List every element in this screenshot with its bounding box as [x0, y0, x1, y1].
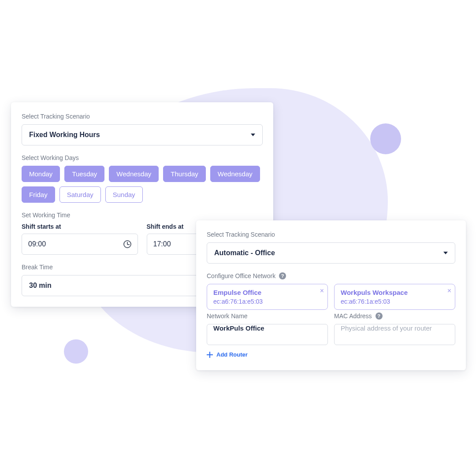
tracking-scenario-select[interactable]: Fixed Working Hours — [22, 124, 263, 145]
day-chip-tuesday[interactable]: Tuesday — [64, 166, 104, 182]
chevron-down-icon — [251, 134, 255, 136]
close-icon[interactable]: × — [447, 287, 451, 295]
automatic-office-card: Select Tracking Scenario Automatic - Off… — [196, 220, 466, 370]
day-chip-wednesday[interactable]: Wednesday — [109, 166, 159, 182]
working-days-label: Select Working Days — [22, 154, 263, 161]
decorative-dot — [370, 123, 401, 154]
tracking-scenario-value: Automatic - Office — [214, 249, 275, 257]
network-name-label: Network Name — [207, 312, 328, 320]
network-mac: ec:a6:76:1a:e5:03 — [213, 298, 321, 305]
shift-start-label: Shift starts at — [22, 223, 138, 230]
tracking-scenario-value: Fixed Working Hours — [29, 131, 100, 139]
close-icon[interactable]: × — [320, 287, 324, 295]
network-name-value: WorkPuls Office — [213, 324, 264, 332]
shift-end-value: 17:00 — [153, 240, 171, 248]
tracking-scenario-label: Select Tracking Scenario — [22, 113, 263, 120]
help-icon[interactable]: ? — [279, 272, 286, 279]
networks-list: ×Empulse Officeec:a6:76:1a:e5:03×Workpul… — [207, 284, 455, 310]
tracking-scenario-label: Select Tracking Scenario — [207, 231, 455, 238]
help-icon[interactable]: ? — [376, 312, 383, 320]
network-name: Workpuls Workspace — [341, 289, 449, 296]
mac-address-label: MAC Address ? — [334, 312, 455, 320]
configure-network-text: Configure Office Network — [207, 272, 275, 279]
add-router-button[interactable]: Add Router — [207, 351, 248, 358]
day-chip-monday[interactable]: Monday — [22, 166, 60, 182]
tracking-scenario-select[interactable]: Automatic - Office — [207, 242, 455, 264]
day-chip-sunday[interactable]: Sunday — [105, 186, 143, 203]
network-box: ×Workpuls Workspaceec:a6:76:1a:e5:03 — [334, 284, 455, 310]
chevron-down-icon — [443, 252, 448, 254]
day-chip-friday[interactable]: Friday — [22, 186, 55, 203]
mac-address-input[interactable]: Physical address of your router — [334, 324, 455, 345]
decorative-dot — [64, 339, 88, 364]
working-time-label: Set Working Time — [22, 212, 263, 219]
day-chip-wednesday[interactable]: Wednesday — [210, 166, 260, 182]
network-box: ×Empulse Officeec:a6:76:1a:e5:03 — [207, 284, 328, 310]
working-days-chips: MondayTuesdayWednesdayThursdayWednesdayF… — [22, 166, 263, 203]
add-router-label: Add Router — [216, 351, 248, 358]
network-name-input[interactable]: WorkPuls Office — [207, 324, 328, 345]
day-chip-thursday[interactable]: Thursday — [163, 166, 206, 182]
day-chip-saturday[interactable]: Saturday — [60, 186, 101, 203]
mac-address-placeholder: Physical address of your router — [341, 324, 432, 332]
plus-icon — [207, 352, 213, 358]
network-mac: ec:a6:76:1a:e5:03 — [341, 298, 449, 305]
clock-icon — [123, 240, 131, 248]
network-name: Empulse Office — [213, 289, 321, 296]
mac-address-text: MAC Address — [334, 312, 372, 320]
configure-network-label: Configure Office Network ? — [207, 272, 455, 279]
shift-start-value: 09:00 — [28, 240, 46, 248]
break-time-value: 30 min — [29, 282, 52, 290]
shift-start-input[interactable]: 09:00 — [22, 234, 138, 255]
